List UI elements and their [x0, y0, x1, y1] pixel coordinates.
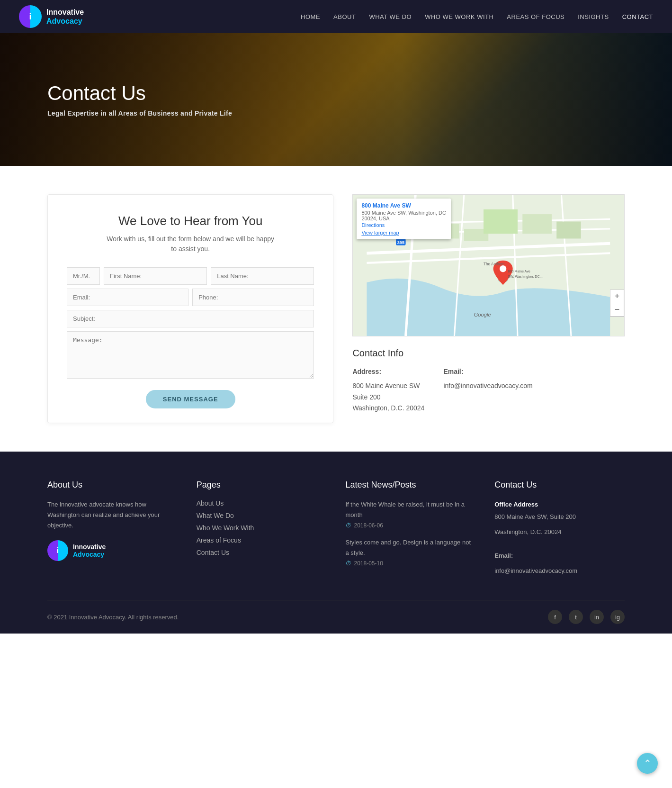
footer-about-heading: About Us — [47, 480, 178, 490]
firstname-group — [104, 267, 207, 285]
footer: About Us The innovative advocate knows h… — [0, 452, 672, 634]
directions-button[interactable]: Directions — [361, 222, 385, 228]
main-content: We Love to Hear from You Work with us, f… — [0, 166, 672, 452]
hero-subtitle: Legal Expertise in all Areas of Business… — [47, 109, 625, 117]
svg-text:The Anthem: The Anthem — [484, 262, 504, 266]
lastname-input[interactable] — [211, 267, 314, 285]
email-input[interactable] — [67, 289, 188, 306]
salutation-group — [67, 267, 100, 285]
footer-pages-col: Pages About Us What We Do Who We Work Wi… — [197, 480, 327, 581]
address-label: Address: — [352, 366, 424, 378]
send-button[interactable]: SEND MESSAGE — [146, 390, 235, 408]
email-column: Email: info@innovativeadvocacy.com — [443, 366, 532, 414]
svg-text:800 Maine Ave: 800 Maine Ave — [508, 269, 530, 273]
phone-input[interactable] — [192, 289, 314, 306]
email-phone-row — [67, 289, 314, 306]
email-label: Email: — [443, 366, 532, 378]
map-container: 395 The Anthem 800 Maine Ave SW, Washing… — [352, 194, 625, 336]
email-value: info@innovativeadvocacy.com — [443, 380, 532, 392]
svg-point-17 — [500, 265, 506, 272]
linkedin-icon[interactable]: in — [590, 610, 604, 624]
view-larger-map[interactable]: View larger map — [361, 230, 446, 235]
firstname-input[interactable] — [104, 267, 207, 285]
contact-form-section: We Love to Hear from You Work with us, f… — [47, 194, 333, 423]
footer-logo: i Innovative Advocacy — [47, 540, 178, 561]
footer-link-areas-of-focus[interactable]: Areas of Focus — [197, 536, 327, 544]
footer-contact-heading: Contact Us — [494, 480, 625, 490]
contact-info: Contact Info Address: 800 Maine Avenue S… — [352, 348, 625, 414]
footer-bottom: © 2021 Innovative Advocacy. All rights r… — [47, 600, 625, 634]
footer-about-col: About Us The innovative advocate knows h… — [47, 480, 178, 581]
twitter-icon[interactable]: t — [569, 610, 583, 624]
clock-icon-1: ⏱ — [346, 522, 351, 529]
footer-link-who-we-work-with[interactable]: Who We Work With — [197, 524, 327, 532]
footer-contact-col: Contact Us Office Address 800 Maine Ave … — [494, 480, 625, 581]
form-heading: We Love to Hear from You — [67, 214, 314, 228]
footer-logo-text: Innovative Advocacy — [73, 543, 106, 558]
contact-info-grid: Address: 800 Maine Avenue SW Suite 200 W… — [352, 366, 625, 414]
news-item-1: If the White Whale be raised, it must be… — [346, 499, 476, 529]
place-address: 800 Maine Ave SW, Washington, DC20024, U… — [361, 210, 446, 221]
hero-section: Contact Us Legal Expertise in all Areas … — [0, 33, 672, 166]
nav-home[interactable]: HOME — [301, 13, 320, 20]
hero-content: Contact Us Legal Expertise in all Areas … — [47, 82, 625, 117]
news-title-1: If the White Whale be raised, it must be… — [346, 499, 476, 520]
address-line1: 800 Maine Avenue SW — [352, 380, 424, 392]
nav-contact[interactable]: CONTACT — [622, 13, 653, 20]
form-subtitle: Work with us, fill out the form below an… — [67, 234, 314, 254]
message-textarea[interactable] — [67, 331, 314, 379]
contact-info-heading: Contact Info — [352, 348, 625, 359]
news-date-2: ⏱ 2018-05-10 — [346, 560, 476, 567]
news-title-2: Styles come and go. Design is a language… — [346, 537, 476, 558]
footer-address: 800 Maine Ave SW, Suite 200 — [494, 512, 625, 522]
subject-input[interactable] — [67, 310, 314, 327]
copyright-text: © 2021 Innovative Advocacy. All rights r… — [47, 614, 179, 621]
svg-rect-14 — [557, 222, 581, 239]
name-row — [67, 267, 314, 285]
subject-row — [67, 310, 314, 327]
brand-logo[interactable]: i Innovative Advocacy — [19, 5, 84, 28]
news-date-1: ⏱ 2018-06-06 — [346, 522, 476, 529]
nav-who-we-work-with[interactable]: WHO WE WORK WITH — [425, 13, 493, 20]
message-group — [67, 331, 314, 380]
svg-rect-15 — [484, 209, 518, 234]
phone-group — [192, 289, 314, 306]
footer-news-heading: Latest News/Posts — [346, 480, 476, 490]
logo-text: Innovative Advocacy — [46, 8, 84, 26]
footer-email-label: Email: — [494, 551, 625, 561]
clock-icon-2: ⏱ — [346, 560, 351, 567]
message-row — [67, 331, 314, 380]
footer-link-about[interactable]: About Us — [197, 499, 327, 507]
nav-areas-of-focus[interactable]: AREAS OF FOCUS — [507, 13, 564, 20]
footer-logo-icon: i — [47, 540, 68, 561]
zoom-in-button[interactable]: + — [610, 290, 624, 303]
footer-grid: About Us The innovative advocate knows h… — [47, 480, 625, 581]
social-icons: f t in ig — [548, 610, 625, 624]
svg-text:Google: Google — [474, 312, 491, 317]
address-line3: Washington, D.C. 20024 — [352, 403, 424, 414]
footer-pages-heading: Pages — [197, 480, 327, 490]
nav-links: HOME ABOUT WHAT WE DO WHO WE WORK WITH A… — [301, 13, 653, 20]
news-item-2: Styles come and go. Design is a language… — [346, 537, 476, 567]
salutation-input[interactable] — [67, 267, 100, 285]
subject-group — [67, 310, 314, 327]
footer-link-contact[interactable]: Contact Us — [197, 549, 327, 556]
instagram-icon[interactable]: ig — [610, 610, 625, 624]
address-line2: Suite 200 — [352, 392, 424, 403]
zoom-out-button[interactable]: − — [610, 303, 624, 317]
nav-insights[interactable]: INSIGHTS — [578, 13, 609, 20]
logo-icon: i — [19, 5, 42, 28]
hero-title: Contact Us — [47, 82, 625, 105]
footer-email-value: info@innovativeadvocacy.com — [494, 566, 625, 576]
nav-what-we-do[interactable]: WHAT WE DO — [369, 13, 412, 20]
footer-city: Washington, D.C. 20024 — [494, 527, 625, 537]
facebook-icon[interactable]: f — [548, 610, 562, 624]
footer-link-what-we-do[interactable]: What We Do — [197, 512, 327, 519]
map-section: 395 The Anthem 800 Maine Ave SW, Washing… — [352, 194, 625, 414]
nav-about[interactable]: ABOUT — [333, 13, 356, 20]
map-popup: 800 Maine Ave SW 800 Maine Ave SW, Washi… — [357, 199, 451, 239]
svg-rect-13 — [523, 214, 552, 234]
navigation: i Innovative Advocacy HOME ABOUT WHAT WE… — [0, 0, 672, 33]
svg-text:395: 395 — [397, 240, 404, 245]
footer-office-label: Office Address — [494, 499, 625, 510]
